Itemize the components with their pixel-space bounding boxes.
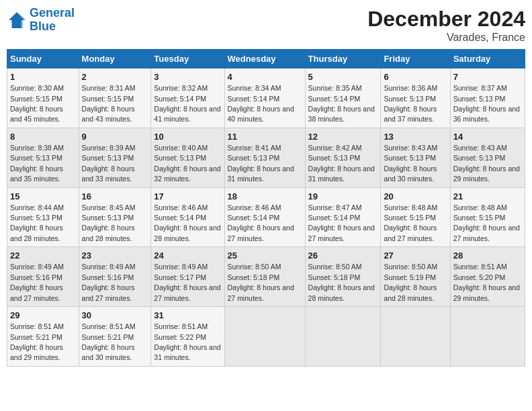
sunrise-text: Sunrise: 8:51 AM [82,322,136,330]
sunrise-text: Sunrise: 8:49 AM [82,263,136,271]
day-number: 3 [154,71,221,83]
table-row: 12Sunrise: 8:42 AMSunset: 5:13 PMDayligh… [305,128,381,187]
table-row: 27Sunrise: 8:50 AMSunset: 5:19 PMDayligh… [381,247,450,307]
daylight-text: Daylight: 8 hours and 27 minutes. [384,224,437,242]
sunset-text: Sunset: 5:13 PM [453,95,506,103]
logo-blue: Blue [30,19,56,33]
table-row: 14Sunrise: 8:43 AMSunset: 5:13 PMDayligh… [450,128,525,187]
day-number: 28 [453,250,522,262]
sunset-text: Sunset: 5:16 PM [10,273,62,281]
daylight-text: Daylight: 8 hours and 32 minutes. [154,165,220,183]
day-number: 27 [384,250,447,262]
daylight-text: Daylight: 8 hours and 31 minutes. [308,165,375,183]
table-row: 19Sunrise: 8:47 AMSunset: 5:14 PMDayligh… [305,187,381,247]
sunset-text: Sunset: 5:13 PM [228,154,280,162]
sunset-text: Sunset: 5:13 PM [10,154,62,162]
sunset-text: Sunset: 5:14 PM [228,95,280,103]
sunrise-text: Sunrise: 8:50 AM [384,263,437,271]
table-row: 31Sunrise: 8:51 AMSunset: 5:22 PMDayligh… [151,307,224,367]
table-row: 4Sunrise: 8:34 AMSunset: 5:14 PMDaylight… [224,68,305,128]
daylight-text: Daylight: 8 hours and 43 minutes. [82,105,135,123]
daylight-text: Daylight: 8 hours and 27 minutes. [10,283,63,302]
logo-text: General Blue [30,7,75,34]
table-row: 29Sunrise: 8:51 AMSunset: 5:21 PMDayligh… [7,307,79,367]
sunset-text: Sunset: 5:13 PM [82,154,134,162]
daylight-text: Daylight: 8 hours and 37 minutes. [384,105,437,123]
daylight-text: Daylight: 8 hours and 31 minutes. [228,165,294,183]
sunrise-text: Sunrise: 8:46 AM [228,203,281,212]
day-number: 10 [154,131,221,143]
daylight-text: Daylight: 8 hours and 29 minutes. [10,343,63,361]
table-row: 25Sunrise: 8:50 AMSunset: 5:18 PMDayligh… [224,247,305,307]
table-row: 21Sunrise: 8:48 AMSunset: 5:15 PMDayligh… [450,187,525,247]
daylight-text: Daylight: 8 hours and 28 minutes. [308,283,375,302]
sunrise-text: Sunrise: 8:45 AM [82,203,136,212]
day-number: 7 [453,71,522,83]
table-row: 26Sunrise: 8:50 AMSunset: 5:18 PMDayligh… [305,247,381,307]
sunset-text: Sunset: 5:18 PM [308,273,361,281]
daylight-text: Daylight: 8 hours and 35 minutes. [10,165,63,183]
sunrise-text: Sunrise: 8:51 AM [154,322,208,330]
daylight-text: Daylight: 8 hours and 29 minutes. [453,165,520,183]
sunrise-text: Sunrise: 8:44 AM [10,203,64,212]
table-row: 9Sunrise: 8:39 AMSunset: 5:13 PMDaylight… [79,128,151,187]
calendar-header-row: Sunday Monday Tuesday Wednesday Thursday… [7,50,525,68]
sunset-text: Sunset: 5:19 PM [384,273,436,281]
daylight-text: Daylight: 8 hours and 27 minutes. [154,283,220,302]
sunrise-text: Sunrise: 8:38 AM [10,144,64,152]
daylight-text: Daylight: 8 hours and 41 minutes. [154,105,220,123]
calendar-week-row: 8Sunrise: 8:38 AMSunset: 5:13 PMDaylight… [7,128,525,187]
day-number: 11 [228,131,302,143]
sunrise-text: Sunrise: 8:47 AM [308,203,362,212]
daylight-text: Daylight: 8 hours and 27 minutes. [228,283,294,302]
day-number: 24 [154,250,221,262]
day-number: 14 [453,131,522,143]
sunset-text: Sunset: 5:15 PM [82,95,134,103]
day-number: 25 [228,250,302,262]
day-number: 23 [82,250,148,262]
sunrise-text: Sunrise: 8:36 AM [384,84,437,92]
sunset-text: Sunset: 5:13 PM [453,154,506,162]
day-number: 21 [453,191,522,203]
day-number: 2 [82,71,148,83]
sunrise-text: Sunrise: 8:49 AM [10,263,64,271]
sunset-text: Sunset: 5:13 PM [384,95,436,103]
sunrise-text: Sunrise: 8:34 AM [228,84,281,92]
day-number: 19 [308,191,378,203]
day-number: 29 [10,310,76,322]
sunset-text: Sunset: 5:21 PM [10,333,62,341]
table-row: 11Sunrise: 8:41 AMSunset: 5:13 PMDayligh… [224,128,305,187]
daylight-text: Daylight: 8 hours and 30 minutes. [82,343,135,361]
table-row: 15Sunrise: 8:44 AMSunset: 5:13 PMDayligh… [7,187,79,247]
page-subtitle: Varades, France [367,32,525,44]
table-row: 30Sunrise: 8:51 AMSunset: 5:21 PMDayligh… [79,307,151,367]
daylight-text: Daylight: 8 hours and 27 minutes. [308,224,375,242]
title-area: December 2024 Varades, France [367,7,525,44]
sunrise-text: Sunrise: 8:31 AM [82,84,136,92]
daylight-text: Daylight: 8 hours and 30 minutes. [384,165,437,183]
day-number: 18 [228,191,302,203]
table-row [224,307,305,367]
col-friday: Friday [381,50,450,68]
sunset-text: Sunset: 5:13 PM [10,214,62,222]
sunset-text: Sunset: 5:21 PM [82,333,134,341]
sunset-text: Sunset: 5:20 PM [453,273,506,281]
calendar-week-row: 29Sunrise: 8:51 AMSunset: 5:21 PMDayligh… [7,307,525,367]
day-number: 22 [10,250,76,262]
table-row: 20Sunrise: 8:48 AMSunset: 5:15 PMDayligh… [381,187,450,247]
col-thursday: Thursday [305,50,381,68]
day-number: 20 [384,191,447,203]
day-number: 16 [82,191,148,203]
calendar-week-row: 1Sunrise: 8:30 AMSunset: 5:15 PMDaylight… [7,68,525,128]
table-row: 2Sunrise: 8:31 AMSunset: 5:15 PMDaylight… [79,68,151,128]
table-row: 22Sunrise: 8:49 AMSunset: 5:16 PMDayligh… [7,247,79,307]
table-row [305,307,381,367]
daylight-text: Daylight: 8 hours and 27 minutes. [453,224,520,242]
table-row: 1Sunrise: 8:30 AMSunset: 5:15 PMDaylight… [7,68,79,128]
table-row: 24Sunrise: 8:49 AMSunset: 5:17 PMDayligh… [151,247,224,307]
sunrise-text: Sunrise: 8:32 AM [154,84,208,92]
col-wednesday: Wednesday [224,50,305,68]
daylight-text: Daylight: 8 hours and 27 minutes. [228,224,294,242]
day-number: 9 [82,131,148,143]
sunrise-text: Sunrise: 8:49 AM [154,263,208,271]
